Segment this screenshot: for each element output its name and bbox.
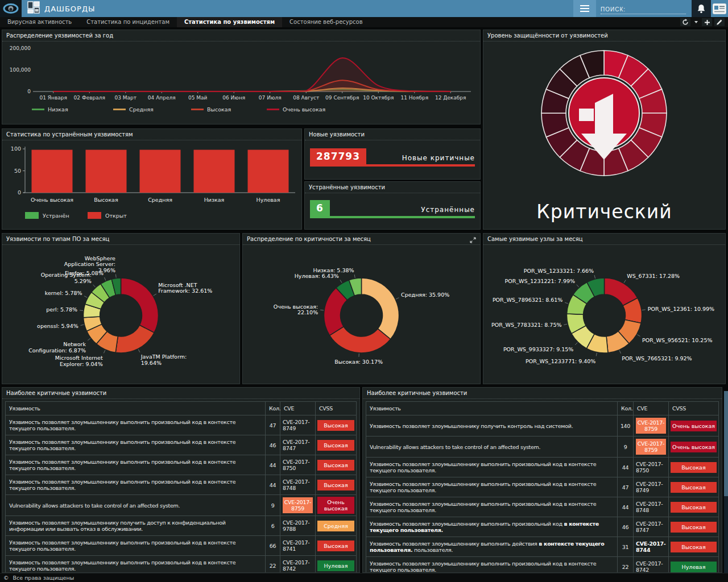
refresh-button[interactable] xyxy=(680,18,690,26)
column-header[interactable]: Уязвимость xyxy=(366,402,618,415)
table-row[interactable]: Уязвимость позволяет злоумышленнику выпо… xyxy=(366,537,719,557)
cve-id[interactable]: CVE-2017-8750 xyxy=(283,459,309,471)
tab-3[interactable]: Состояние веб-ресурсов xyxy=(282,17,370,27)
column-header[interactable]: CVSS xyxy=(316,402,357,415)
legend-item: Низкая xyxy=(32,106,68,113)
column-header[interactable]: CVE xyxy=(634,402,669,415)
scrollbar-thumb[interactable] xyxy=(724,391,728,496)
svg-text:07 Июля: 07 Июля xyxy=(259,95,282,101)
table-row[interactable]: Уязвимость позволяет злоумышленнику выпо… xyxy=(366,458,719,477)
protection-gauge[interactable] xyxy=(483,41,725,187)
donut-label: Microsoft .NETFramework: 32.61% xyxy=(158,282,212,294)
table-row[interactable]: Уязвимость позволяет злоумышленнику выпо… xyxy=(6,536,357,556)
cve-id[interactable]: CVE-2017-8749 xyxy=(283,419,309,431)
bar[interactable] xyxy=(248,150,289,193)
cve-id[interactable]: CVE-2017-8748 xyxy=(636,501,663,513)
donut-chart-types[interactable]: Microsoft .NETFramework: 32.61%JavaTM Pl… xyxy=(2,245,239,386)
tab-0[interactable]: Вирусная активность xyxy=(0,17,79,27)
donut-slice[interactable] xyxy=(362,278,399,339)
donut-chart-nodes[interactable]: WS_67331: 17.28%POR_WS_12361: 10.99%POR_… xyxy=(483,245,725,386)
donut-slice[interactable] xyxy=(121,278,159,332)
line-chart-legend: НизкаяСредняяВысокаяОчень высокая xyxy=(2,105,480,114)
donut-label: POR_WS_7783321: 8.75% xyxy=(491,322,561,328)
new-critical-label: Новые критичные xyxy=(402,154,475,164)
menu-button[interactable] xyxy=(573,0,596,17)
donut-label: Firefox: 5.08% xyxy=(65,270,104,276)
bar[interactable] xyxy=(86,150,127,193)
tab-2[interactable]: Статистика по уязвимостям xyxy=(177,17,282,27)
table-row[interactable]: Уязвимость позволяет злоумышленнику выпо… xyxy=(6,415,357,435)
svg-text:0: 0 xyxy=(18,189,21,196)
cve-id[interactable]: CVE-2017-8759 xyxy=(636,439,666,455)
donut-chart-criticality[interactable]: Средняя: 35.90%Высокая: 30.17%Очень высо… xyxy=(243,245,480,386)
tab-1[interactable]: Статистика по инцидентам xyxy=(79,17,177,27)
cve-id[interactable]: CVE-2017-8744 xyxy=(636,541,665,553)
expand-icon[interactable] xyxy=(470,234,476,244)
donut-label: Microsoft InternetExplorer: 9.04% xyxy=(55,355,103,367)
table-row[interactable]: Уязвимость позволяет злоумышленнику выпо… xyxy=(366,557,719,573)
table-row[interactable]: Уязвимость позволяет злоумышленнику выпо… xyxy=(366,517,719,537)
severity-badge: Высокая xyxy=(317,420,354,431)
panel-title: Самые уязвимые узлы за месяц xyxy=(483,234,725,245)
cve-id[interactable]: CVE-2017-8741 xyxy=(283,539,309,552)
table-row[interactable]: Уязвимость позволяет злоумышленнику выпо… xyxy=(6,455,357,475)
svg-text:05 Май: 05 Май xyxy=(188,95,208,101)
severity-badge: Средняя xyxy=(317,521,354,531)
column-header[interactable]: CVE xyxy=(280,402,316,415)
svg-text:Очень высокая: Очень высокая xyxy=(31,197,73,203)
column-header[interactable]: Кол. xyxy=(618,402,634,415)
bar-chart[interactable]: 050100Очень высокаяВысокаяСредняяНизкаяН… xyxy=(2,140,301,211)
cve-id[interactable]: CVE-2017-9788 xyxy=(283,519,309,532)
table-row[interactable]: Уязвимость позволяет злоумышленнику выпо… xyxy=(6,475,357,495)
severity-badge: Очень высокая xyxy=(671,442,717,452)
line-chart[interactable]: 0100,000200,00001 Января02 Февраля03 Мар… xyxy=(2,41,480,105)
column-header[interactable]: CVSS xyxy=(669,402,719,415)
edit-button[interactable] xyxy=(714,18,725,26)
donut-label: POR_WS_1233321: 7.66% xyxy=(524,268,594,274)
table-row[interactable]: Уязвимость позволяет злоумышленнику полу… xyxy=(6,516,357,536)
cve-id[interactable]: CVE-2017-8748 xyxy=(283,479,309,491)
severity-badge: Высокая xyxy=(317,541,354,551)
table-row[interactable]: Уязвимость позволяет злоумышленнику выпо… xyxy=(6,435,357,455)
table-row[interactable]: Уязвимость позволяет злоумышленнику выпо… xyxy=(6,556,357,573)
panel-title: Распределение уязвимостей за год xyxy=(2,30,480,41)
donut-slice[interactable] xyxy=(115,325,154,353)
table-row[interactable]: Vulnerability allows attackers to take c… xyxy=(6,495,357,516)
svg-text:100,000: 100,000 xyxy=(10,67,31,73)
table-row[interactable]: Уязвимость позволяет злоумышленнику выпо… xyxy=(366,497,719,517)
cve-id[interactable]: CVE-2017-8747 xyxy=(283,439,309,451)
profile-button[interactable] xyxy=(711,0,728,17)
bar[interactable] xyxy=(194,150,235,193)
svg-text:10 Октября: 10 Октября xyxy=(363,95,394,101)
svg-text:09 Сентября: 09 Сентября xyxy=(325,95,359,101)
table-row[interactable]: Уязвимость позволяет злоумышленнику выпо… xyxy=(366,477,719,497)
cve-id[interactable]: CVE-2017-8747 xyxy=(636,521,663,533)
search-input[interactable] xyxy=(601,5,686,14)
cve-id[interactable]: CVE-2017-8750 xyxy=(636,461,663,473)
cve-id[interactable]: CVE-2017-8759 xyxy=(636,418,666,434)
severity-badge: Высокая xyxy=(317,460,354,471)
panel-title: Наиболее критичные уязвимости xyxy=(363,388,722,399)
notifications-button[interactable] xyxy=(692,0,711,17)
table-row[interactable]: Vulnerability allows attackers to take c… xyxy=(366,436,719,458)
status-bar: © Все права защищены xyxy=(0,573,728,582)
column-header[interactable]: Уязвимость xyxy=(6,402,266,415)
svg-text:02 Февраля: 02 Февраля xyxy=(74,95,105,101)
vertical-scrollbar[interactable] xyxy=(724,391,728,573)
cve-id[interactable]: CVE-2017-8749 xyxy=(636,481,663,493)
severity-badge: Высокая xyxy=(671,522,717,533)
app-logo[interactable] xyxy=(0,0,22,17)
add-widget-button[interactable] xyxy=(702,18,712,26)
bar[interactable] xyxy=(140,150,181,193)
table-row[interactable]: Уязвимость позволяет злоумышленнику полу… xyxy=(366,415,719,436)
cve-id[interactable]: CVE-2017-8742 xyxy=(283,559,309,572)
donut-label: Очень высокая:22.10% xyxy=(274,304,318,316)
donut-label: Средняя: 35.90% xyxy=(401,292,449,298)
bar[interactable] xyxy=(32,150,73,193)
cve-id[interactable]: CVE-2017-8759 xyxy=(283,497,313,513)
column-header[interactable]: Кол. xyxy=(266,402,280,415)
cve-id[interactable]: CVE-2017-8742 xyxy=(636,560,663,573)
refresh-options-button[interactable] xyxy=(693,18,700,26)
svg-text:100: 100 xyxy=(11,146,21,152)
donut-label: POR_WS_956521: 10.25% xyxy=(642,337,712,343)
